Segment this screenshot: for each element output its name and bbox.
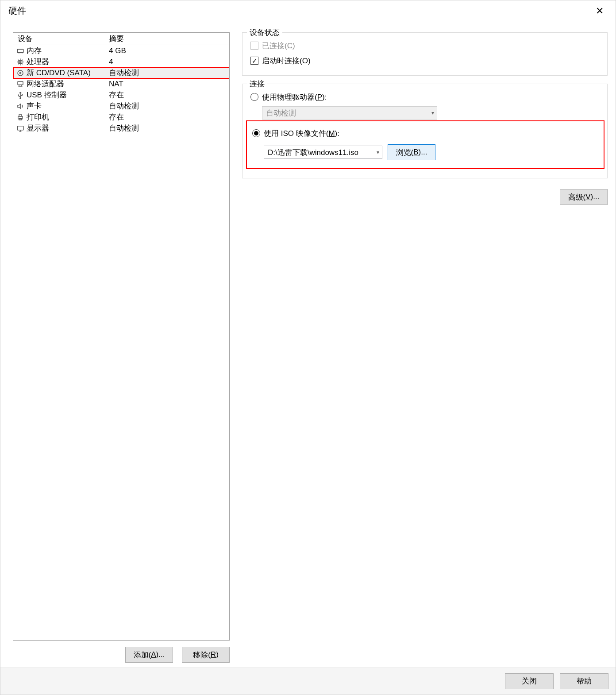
chevron-down-icon: ▾ xyxy=(377,149,379,155)
svg-point-3 xyxy=(18,70,23,76)
iso-row: 使用 ISO 映像文件(M): xyxy=(252,126,598,141)
chevron-down-icon: ▾ xyxy=(431,110,434,116)
header-summary[interactable]: 摘要 xyxy=(106,34,229,44)
device-summary: 4 GB xyxy=(106,46,229,55)
printer-icon xyxy=(16,113,25,122)
memory-icon xyxy=(16,46,25,55)
svg-point-6 xyxy=(20,97,21,98)
physical-drive-row: 使用物理驱动器(P): xyxy=(250,89,600,104)
device-status-legend: 设备状态 xyxy=(247,27,282,38)
device-row-usb[interactable]: USB 控制器 存在 xyxy=(13,89,229,100)
device-row-network[interactable]: 网络适配器 NAT xyxy=(13,78,229,89)
device-label: 网络适配器 xyxy=(27,79,64,89)
device-row-disc[interactable]: 新 CD/DVD (SATA) 自动检测 xyxy=(13,67,229,78)
help-button[interactable]: 帮助 xyxy=(560,673,608,689)
window-title: 硬件 xyxy=(8,5,26,17)
right-pane: 设备状态 已连接(C) 启动时连接(O) 连接 使用物理驱动器(P): xyxy=(242,32,609,663)
device-summary: 自动检测 xyxy=(106,101,229,111)
svg-rect-0 xyxy=(17,49,23,53)
device-row-display[interactable]: 显示器 自动检测 xyxy=(13,123,229,134)
device-summary: 自动检测 xyxy=(106,68,229,78)
device-table-body: 内存 4 GB 处理器 4 新 CD/DVD (SATA) 自动检测 网络适配器… xyxy=(13,45,229,640)
device-row-sound[interactable]: 声卡 自动检测 xyxy=(13,100,229,112)
advanced-button[interactable]: 高级(V)... xyxy=(560,189,608,205)
device-table: 设备 摘要 内存 4 GB 处理器 4 新 CD/DVD (SATA) 自动检测… xyxy=(13,32,230,641)
svg-rect-8 xyxy=(19,115,22,116)
device-label: USB 控制器 xyxy=(27,90,67,100)
device-label: 显示器 xyxy=(27,123,49,133)
connection-group: 连接 使用物理驱动器(P): 自动检测 ▾ 使用 ISO 映像文件(M): xyxy=(242,84,608,178)
remove-button-u: R xyxy=(211,650,216,659)
physical-drive-value: 自动检测 xyxy=(266,108,296,118)
device-summary: 4 xyxy=(106,58,229,66)
device-label: 打印机 xyxy=(27,112,49,122)
connected-checkbox[interactable] xyxy=(250,42,258,50)
device-summary: 存在 xyxy=(106,90,229,100)
add-button-post: )... xyxy=(156,650,165,659)
titlebar: 硬件 ✕ xyxy=(0,0,616,22)
iso-path-value: D:\迅雷下载\windows11.iso xyxy=(268,147,358,158)
close-icon[interactable]: ✕ xyxy=(590,4,609,18)
remove-button-pre: 移除( xyxy=(193,650,211,660)
physical-drive-label[interactable]: 使用物理驱动器(P): xyxy=(262,92,327,102)
device-summary: NAT xyxy=(106,80,229,89)
device-label: 内存 xyxy=(27,46,42,56)
svg-rect-5 xyxy=(18,81,23,85)
cpu-icon xyxy=(16,58,25,66)
add-button-u: A xyxy=(151,650,156,659)
content: 设备 摘要 内存 4 GB 处理器 4 新 CD/DVD (SATA) 自动检测… xyxy=(0,22,616,667)
device-status-group: 设备状态 已连接(C) 启动时连接(O) xyxy=(242,32,608,76)
add-button-pre: 添加( xyxy=(134,650,151,660)
browse-button[interactable]: 浏览(B)... xyxy=(388,144,435,160)
device-table-header: 设备 摘要 xyxy=(13,33,229,45)
connect-poweron-checkbox[interactable] xyxy=(250,57,258,65)
iso-radio[interactable] xyxy=(252,129,260,137)
device-row-cpu[interactable]: 处理器 4 xyxy=(13,56,229,67)
connect-poweron-row: 启动时连接(O) xyxy=(250,53,600,68)
svg-rect-1 xyxy=(19,60,22,64)
device-summary: 自动检测 xyxy=(106,123,229,133)
device-label: 声卡 xyxy=(27,101,42,111)
left-buttons: 添加(A)... 移除(R) xyxy=(13,647,230,663)
add-button[interactable]: 添加(A)... xyxy=(125,647,173,663)
device-label: 新 CD/DVD (SATA) xyxy=(27,68,91,78)
physical-drive-sub: 自动检测 ▾ xyxy=(262,106,600,120)
usb-icon xyxy=(16,91,25,100)
advanced-row: 高级(V)... xyxy=(242,189,608,205)
iso-highlight-block: 使用 ISO 映像文件(M): D:\迅雷下载\windows11.iso ▾ … xyxy=(246,120,604,169)
physical-drive-dropdown[interactable]: 自动检测 ▾ xyxy=(262,106,437,120)
iso-path-row: D:\迅雷下载\windows11.iso ▾ 浏览(B)... xyxy=(264,144,598,160)
display-icon xyxy=(16,124,25,133)
connection-legend: 连接 xyxy=(247,79,267,89)
remove-button-post: ) xyxy=(216,650,219,659)
remove-button[interactable]: 移除(R) xyxy=(182,647,230,663)
connected-row: 已连接(C) xyxy=(250,38,600,53)
left-pane: 设备 摘要 内存 4 GB 处理器 4 新 CD/DVD (SATA) 自动检测… xyxy=(13,32,230,663)
iso-label[interactable]: 使用 ISO 映像文件(M): xyxy=(264,128,339,139)
svg-rect-2 xyxy=(20,61,21,62)
svg-rect-10 xyxy=(17,126,23,130)
device-row-memory[interactable]: 内存 4 GB xyxy=(13,45,229,56)
connect-poweron-label[interactable]: 启动时连接(O) xyxy=(262,56,311,66)
sound-icon xyxy=(16,102,25,111)
network-icon xyxy=(16,80,25,89)
physical-drive-radio[interactable] xyxy=(250,93,258,101)
device-label: 处理器 xyxy=(27,57,49,67)
footer: 关闭 帮助 xyxy=(0,667,616,695)
disc-icon xyxy=(16,69,25,77)
device-row-printer[interactable]: 打印机 存在 xyxy=(13,112,229,123)
iso-path-input[interactable]: D:\迅雷下载\windows11.iso ▾ xyxy=(264,146,382,159)
connected-label[interactable]: 已连接(C) xyxy=(262,41,295,51)
close-button[interactable]: 关闭 xyxy=(505,673,554,689)
device-summary: 存在 xyxy=(106,112,229,122)
header-device[interactable]: 设备 xyxy=(13,34,106,44)
svg-point-4 xyxy=(20,72,21,73)
